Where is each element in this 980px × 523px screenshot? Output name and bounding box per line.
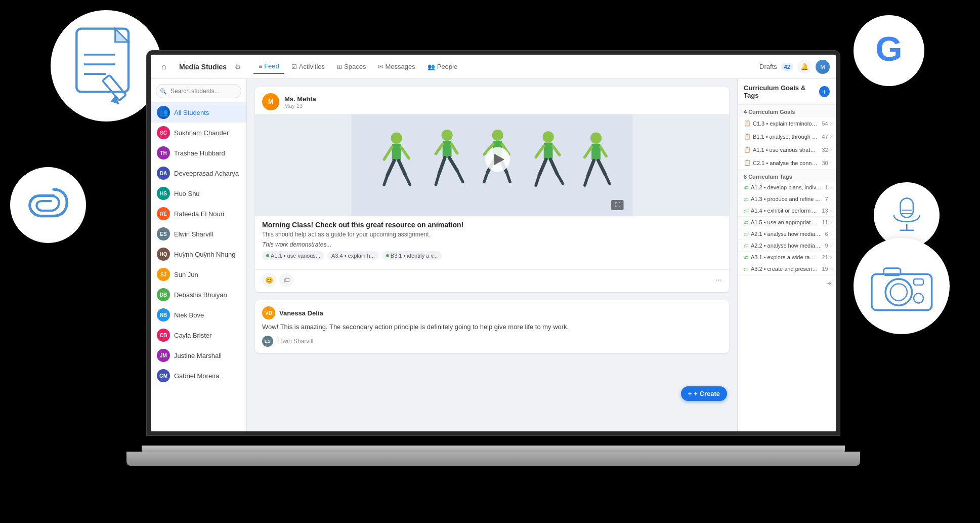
comment-card: VD Vanessa Delia Wow! This is amazing. T… [255,300,729,353]
list-item[interactable]: RE Rafeeda El Nouri [151,204,246,224]
list-item[interactable]: CB Cayla Brister [151,325,246,345]
chevron-icon: › [830,160,832,166]
list-item[interactable]: HS Huo Shu [151,183,246,204]
tab-people[interactable]: 👥 People [422,60,462,73]
spaces-icon: ⊞ [337,63,342,70]
tag-item[interactable]: 🏷 A1.5 • use an appropriate ... 11 › [738,217,836,228]
decorative-paperclip-circle [10,167,86,243]
tag-dot [266,254,269,257]
leaf-icon: 🏷 [744,231,749,237]
list-item[interactable]: NB Niek Bove [151,305,246,325]
list-item[interactable]: DB Debashis Bhuiyan [151,285,246,305]
tag-item[interactable]: 🏷 A1.3 • produce and refine ... 7 › [738,193,836,205]
tag-item[interactable]: 🏷 A1.2 • develop plans, indiv... 1 › [738,182,836,193]
tag-count: 7 [825,196,828,202]
list-item[interactable]: HQ Huỳnh Quỳnh Nhung [151,244,246,264]
drafts-label: Drafts [759,63,777,70]
react-button[interactable]: 😊 [262,273,276,287]
tag-item[interactable]: 🏷 A3.1 • explore a wide range... 21 › [738,252,836,263]
tab-messages[interactable]: ✉ Messages [373,60,420,73]
svg-text:⛶: ⛶ [615,202,620,208]
post-author-avatar: M [262,93,279,110]
list-item[interactable]: JM Justine Marshall [151,345,246,366]
add-curriculum-button[interactable]: + [819,86,830,97]
post-tag[interactable]: A3.4 • explain h... [327,251,379,260]
post-author-name: Ms. Mehta [284,95,316,103]
leaf-icon: 🏷 [744,255,749,260]
leaf-icon: 🏷 [744,196,749,202]
chevron-icon: › [830,231,832,237]
collapse-button[interactable]: ⇥ [826,279,832,287]
svg-point-52 [590,133,602,144]
tag-text: A1.3 • produce and refine ... [751,196,821,202]
tag-item[interactable]: 🏷 A2.1 • analyse how media ... 6 › [738,228,836,240]
nav-tabs: ≡ Feed ☑ Activities ⊞ Spaces ✉ Messages [253,59,755,74]
main-content: 🔍 👥 All Students SC Sukhnam Chander TH T… [151,79,836,431]
tag-count: 11 [822,219,828,225]
tag-item[interactable]: 🏷 A1.4 • exhibit or perform ... 13 › [738,205,836,217]
post-date: May 13 [284,103,316,109]
goal-icon: 📋 [744,146,751,153]
tag-dot [386,254,389,257]
tag-count: 1 [825,184,828,190]
tab-spaces[interactable]: ⊞ Spaces [332,60,371,73]
post-tag[interactable]: B3.1 • identify a v... [382,251,442,260]
student-name: Deveeprasad Acharya [174,170,239,177]
tag-button[interactable]: 🏷 [279,273,293,287]
post-actions: 😊 🏷 ··· [255,269,729,292]
leaf-icon: 🏷 [744,243,749,249]
goal-text: C1.3 • explain terminology ... [753,120,818,127]
tag-item[interactable]: 🏷 A2.2 • analyse how media ... 9 › [738,240,836,252]
goal-item[interactable]: 📋 A1.1 • use various strategie... 32 › [738,143,836,156]
notification-icon[interactable]: 🔔 [797,60,812,74]
decorative-camera-circle [854,238,950,334]
post-body: Morning Class! Check out this great reso… [255,216,729,269]
post-author-info: Ms. Mehta May 13 [284,95,316,109]
chevron-icon: › [830,243,832,249]
student-name: Gabriel Moreira [174,372,220,380]
home-icon[interactable]: ⌂ [157,60,171,74]
tag-label: B3.1 • identify a v... [391,253,438,259]
tag-text: A1.5 • use an appropriate ... [751,219,818,225]
user-avatar[interactable]: M [816,60,830,74]
comment-text: Wow! This is amazing. The secondary acti… [262,323,722,332]
tag-item[interactable]: 🏷 A3.2 • create and present m... 19 › [738,263,836,275]
curriculum-goals-label: 4 Curriculum Goals [738,105,836,117]
create-button[interactable]: + + Create [681,386,727,401]
goal-item[interactable]: 📋 B1.1 • analyse, through exa... 47 › [738,130,836,143]
student-name: Sukhnam Chander [174,129,229,137]
post-tag[interactable]: A1.1 • use various... [262,251,324,260]
list-item[interactable]: SC Sukhnam Chander [151,123,246,143]
goal-icon: 📋 [744,120,751,127]
tab-activities[interactable]: ☑ Activities [286,60,330,73]
list-item[interactable]: ES Elwin Sharvill [151,224,246,244]
goal-item[interactable]: 📋 C2.1 • analyse the connecti... 30 › [738,156,836,170]
student-name: Niek Bove [174,311,204,319]
reply-author: Elwin Sharvill [277,338,313,345]
settings-icon[interactable]: ⚙ [235,63,241,71]
post-title: Morning Class! Check out this great reso… [262,221,722,229]
student-name: Debashis Bhuiyan [174,291,227,299]
leaf-icon: 🏷 [744,220,749,225]
post-header: M Ms. Mehta May 13 [255,87,729,114]
goal-count: 54 [822,120,828,127]
goal-item[interactable]: 📋 C1.3 • explain terminology ... 54 › [738,117,836,130]
goal-text: B1.1 • analyse, through exa... [753,134,818,140]
list-item[interactable]: TH Trashae Hubbard [151,143,246,163]
svg-rect-53 [591,144,601,160]
list-item[interactable]: DA Deveeprasad Acharya [151,163,246,183]
drafts-count[interactable]: 42 [781,63,793,71]
chevron-icon: › [830,196,832,202]
search-input[interactable] [156,84,241,98]
all-students-item[interactable]: 👥 All Students [151,102,246,123]
tag-text: A3.2 • create and present m... [751,266,818,272]
right-panel-header: Curriculum Goals & Tags + [738,79,836,105]
list-item[interactable]: GM Gabriel Moreira [151,366,246,386]
svg-point-12 [885,279,912,305]
tab-feed[interactable]: ≡ Feed [253,59,284,74]
leaf-icon: 🏷 [744,266,749,272]
post-image[interactable]: ⛶ [255,114,729,216]
list-item[interactable]: SJ Sun Jun [151,264,246,285]
more-options-button[interactable]: ··· [715,275,722,285]
post-demonstrates: This work demonstrates... [262,241,722,248]
